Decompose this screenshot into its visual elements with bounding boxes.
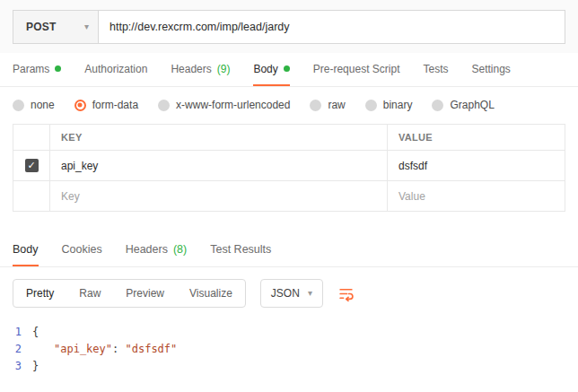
response-toolbar: Pretty Raw Preview Visualize JSON ▾ (0, 267, 578, 317)
body-type-graphql[interactable]: GraphQL (432, 99, 494, 111)
tab-label: Headers (126, 243, 168, 256)
code-token: { (32, 324, 39, 341)
postman-request-panel: POST ▾ Params Authorization Headers (9) … (0, 0, 578, 392)
radio-icon (365, 100, 377, 111)
value-input-cell[interactable]: Value (387, 181, 565, 211)
tab-count: (9) (217, 63, 231, 75)
key-value: api_key (61, 160, 98, 172)
tab-label: Params (13, 63, 49, 75)
tab-settings[interactable]: Settings (472, 53, 511, 86)
checkbox-cell-empty (13, 181, 49, 211)
body-type-x-www-form-urlencoded[interactable]: x-www-form-urlencoded (158, 99, 290, 111)
table-header-row: KEY VALUE (13, 125, 565, 150)
line-number: 1 (0, 324, 32, 341)
method-label: POST (26, 21, 56, 33)
request-tabs: Params Authorization Headers (9) Body Pr… (0, 53, 578, 87)
format-select[interactable]: JSON ▾ (260, 279, 323, 308)
radio-icon (13, 100, 24, 111)
response-tab-body[interactable]: Body (13, 233, 39, 266)
format-label: JSON (271, 287, 300, 300)
response-view-group: Pretty Raw Preview Visualize (13, 279, 246, 308)
tab-label: Body (13, 243, 39, 256)
tab-body[interactable]: Body (253, 53, 289, 86)
response-tab-test-results[interactable]: Test Results (210, 233, 271, 266)
code-line: 1 { (0, 324, 578, 341)
radio-icon (432, 100, 443, 111)
json-value-token: "dsfsdf" (125, 341, 177, 358)
tab-label: Settings (472, 63, 511, 75)
body-type-binary[interactable]: binary (365, 99, 413, 111)
response-tab-cookies[interactable]: Cookies (62, 233, 102, 266)
body-type-label: raw (328, 99, 345, 111)
tab-label: Test Results (210, 243, 271, 256)
table-row-new: Key Value (13, 180, 565, 211)
code-token: : (112, 341, 125, 358)
tab-params[interactable]: Params (13, 53, 61, 86)
line-number: 3 (0, 358, 32, 375)
response-tab-headers[interactable]: Headers (8) (126, 233, 188, 266)
body-type-form-data[interactable]: form-data (74, 99, 138, 111)
code-line: 3 } (0, 358, 578, 375)
view-tab-pretty[interactable]: Pretty (13, 280, 66, 307)
radio-icon (158, 100, 170, 111)
code-line: 2 "api_key" : "dsfsdf" (0, 341, 578, 358)
view-tab-raw[interactable]: Raw (66, 280, 113, 307)
wrap-text-button[interactable] (337, 285, 355, 302)
tab-label: Cookies (62, 243, 102, 256)
value-column-header: VALUE (387, 125, 565, 150)
tab-pre-request-script[interactable]: Pre-request Script (313, 53, 400, 86)
header-checkbox-cell (13, 125, 49, 150)
green-dot-icon (55, 65, 61, 72)
row-checkbox-checked[interactable]: ✓ (25, 159, 39, 172)
table-row: ✓ api_key dsfsdf (13, 150, 565, 180)
key-cell[interactable]: api_key (49, 151, 387, 180)
response-tabs: Body Cookies Headers (8) Test Results (0, 233, 578, 267)
method-select[interactable]: POST ▾ (13, 10, 99, 44)
tab-label: Body (253, 63, 277, 75)
body-type-none[interactable]: none (13, 99, 55, 111)
value-value: dsfsdf (398, 160, 427, 172)
view-tab-visualize[interactable]: Visualize (177, 280, 245, 307)
tab-label: Authorization (84, 63, 147, 75)
view-tab-preview[interactable]: Preview (113, 280, 177, 307)
tab-label: Pre-request Script (313, 63, 400, 75)
value-placeholder: Value (398, 190, 425, 203)
body-type-label: form-data (92, 99, 138, 111)
tab-label: Headers (171, 63, 211, 75)
key-input-cell[interactable]: Key (49, 181, 387, 211)
body-type-label: x-www-form-urlencoded (176, 99, 290, 111)
chevron-down-icon: ▾ (308, 289, 312, 298)
tab-count: (8) (173, 243, 187, 256)
chevron-down-icon: ▾ (84, 22, 89, 31)
body-type-label: none (31, 99, 55, 111)
tab-tests[interactable]: Tests (423, 53, 448, 86)
green-dot-icon (284, 65, 290, 72)
body-type-label: binary (383, 99, 413, 111)
radio-icon (310, 100, 321, 111)
radio-selected-icon (74, 100, 86, 111)
tab-label: Tests (423, 63, 448, 75)
json-key-token: "api_key" (54, 341, 112, 358)
line-number: 2 (0, 341, 32, 358)
response-body-code[interactable]: 1 { 2 "api_key" : "dsfsdf" 3 } (0, 317, 578, 375)
code-indent (32, 341, 54, 358)
body-type-label: GraphQL (450, 99, 494, 111)
form-data-table: KEY VALUE ✓ api_key dsfsdf Key Value (13, 124, 565, 212)
body-type-options: none form-data x-www-form-urlencoded raw… (0, 87, 578, 122)
tab-headers[interactable]: Headers (9) (171, 53, 230, 86)
url-input[interactable] (99, 10, 565, 44)
key-column-header: KEY (49, 125, 387, 150)
body-type-raw[interactable]: raw (310, 99, 345, 111)
code-token: } (32, 358, 39, 375)
key-placeholder: Key (61, 190, 80, 203)
checkbox-cell: ✓ (13, 151, 49, 180)
wrap-text-icon (337, 285, 355, 302)
tab-authorization[interactable]: Authorization (84, 53, 147, 86)
value-cell[interactable]: dsfsdf (387, 151, 565, 180)
request-bar: POST ▾ (0, 0, 578, 53)
